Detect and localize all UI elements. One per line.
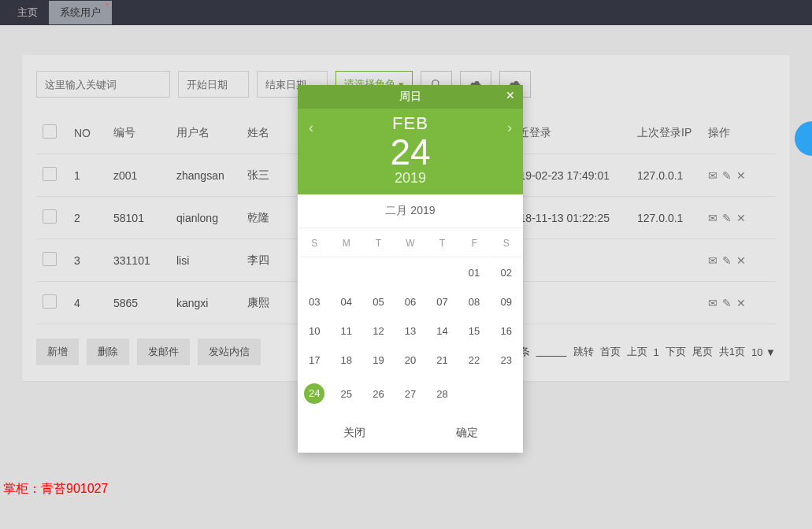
row-checkbox[interactable] xyxy=(43,167,57,181)
cell-name: 李四 xyxy=(241,239,288,282)
cell-user: qianlong xyxy=(170,197,241,239)
picker-close-button[interactable]: 关闭 xyxy=(343,426,365,440)
dow-label: S xyxy=(491,230,521,257)
calendar-day[interactable]: 07 xyxy=(427,288,458,316)
tab-bar: 主页 系统用户 ✕ xyxy=(0,0,812,25)
calendar-day[interactable]: 02 xyxy=(491,259,521,287)
dow-label: M xyxy=(332,230,362,257)
calendar-day[interactable]: 23 xyxy=(491,346,521,374)
calendar-day[interactable]: 18 xyxy=(332,346,362,374)
calendar-day[interactable]: 20 xyxy=(395,346,426,374)
mail-icon[interactable]: ✉ xyxy=(708,297,717,309)
calendar-day[interactable]: 24 xyxy=(299,375,330,412)
row-checkbox[interactable] xyxy=(43,252,57,266)
next-month-icon[interactable]: › xyxy=(502,115,517,141)
col-ops: 操作 xyxy=(702,112,776,154)
start-date-input[interactable] xyxy=(178,71,249,98)
total-pages: 共1页 xyxy=(719,345,745,359)
cell-last-ip: 127.0.0.1 xyxy=(631,197,702,239)
calendar-day[interactable]: 14 xyxy=(427,317,458,345)
tab-system-users[interactable]: 系统用户 ✕ xyxy=(49,1,112,24)
col-code: 编号 xyxy=(107,112,170,154)
delete-button[interactable]: 删除 xyxy=(87,338,129,365)
calendar-day[interactable]: 17 xyxy=(299,346,330,374)
calendar-day xyxy=(427,259,458,287)
calendar-day[interactable]: 11 xyxy=(332,317,362,345)
edit-icon[interactable]: ✎ xyxy=(722,169,732,182)
calendar-day[interactable]: 26 xyxy=(363,375,394,412)
cell-name: 康熙 xyxy=(241,282,288,324)
keyword-input[interactable] xyxy=(36,71,170,98)
delete-icon[interactable]: ✕ xyxy=(736,254,746,267)
calendar-day[interactable]: 05 xyxy=(363,288,394,316)
edit-icon[interactable]: ✎ xyxy=(722,297,732,309)
picker-close-icon[interactable]: ✕ xyxy=(506,89,515,102)
select-all-checkbox[interactable] xyxy=(43,124,57,139)
tab-label: 系统用户 xyxy=(60,6,101,18)
calendar-day[interactable]: 13 xyxy=(395,317,426,345)
cell-name: 张三 xyxy=(241,154,288,197)
send-mail-button[interactable]: 发邮件 xyxy=(137,338,190,365)
row-checkbox[interactable] xyxy=(43,209,57,224)
add-button[interactable]: 新增 xyxy=(36,338,79,365)
cell-user: kangxi xyxy=(170,282,241,324)
edit-icon[interactable]: ✎ xyxy=(722,254,732,267)
col-user: 用户名 xyxy=(170,112,241,154)
last-page-link[interactable]: 尾页 xyxy=(692,345,713,359)
current-page: 1 xyxy=(654,346,659,358)
cell-last-ip: 127.0.0.1 xyxy=(631,154,702,197)
calendar-day[interactable]: 04 xyxy=(332,288,362,316)
calendar-day[interactable]: 21 xyxy=(427,346,458,374)
calendar-day[interactable]: 01 xyxy=(459,259,490,287)
delete-icon[interactable]: ✕ xyxy=(736,297,746,309)
dow-label: S xyxy=(299,230,330,257)
mail-icon[interactable]: ✉ xyxy=(708,254,717,267)
cell-user: lisi xyxy=(170,239,241,282)
calendar-day[interactable]: 28 xyxy=(427,375,458,412)
calendar-day[interactable]: 25 xyxy=(332,375,362,412)
delete-icon[interactable]: ✕ xyxy=(736,212,746,224)
next-page-link[interactable]: 下页 xyxy=(666,345,686,359)
calendar-day[interactable]: 06 xyxy=(395,288,426,316)
picker-weekday: 周日 xyxy=(399,90,421,104)
mail-icon[interactable]: ✉ xyxy=(708,169,717,182)
calendar-day xyxy=(491,375,521,412)
first-page-link[interactable]: 首页 xyxy=(600,345,621,359)
calendar-day[interactable]: 09 xyxy=(491,288,521,316)
cell-user: zhangsan xyxy=(170,154,241,197)
calendar-day[interactable]: 10 xyxy=(299,317,330,345)
dow-label: W xyxy=(395,230,426,257)
dow-label: T xyxy=(363,230,394,257)
calendar-day[interactable]: 16 xyxy=(491,317,521,345)
picker-subheader[interactable]: 二月 2019 xyxy=(298,194,523,228)
calendar-day[interactable]: 15 xyxy=(459,317,490,345)
dow-label: T xyxy=(427,230,458,257)
close-icon[interactable]: ✕ xyxy=(104,1,110,9)
col-no: NO xyxy=(68,112,107,154)
cell-code: z001 xyxy=(107,154,170,197)
edit-icon[interactable]: ✎ xyxy=(722,212,732,224)
prev-page-link[interactable]: 上页 xyxy=(627,345,647,359)
mail-icon[interactable]: ✉ xyxy=(708,212,717,224)
calendar-day[interactable]: 19 xyxy=(363,346,394,374)
page-size-select[interactable]: 10 ▼ xyxy=(751,346,776,358)
picker-day: 24 xyxy=(298,134,523,170)
jump-input[interactable] xyxy=(536,345,567,359)
cell-no: 1 xyxy=(68,154,107,197)
prev-month-icon[interactable]: ‹ xyxy=(304,115,318,141)
col-last-ip: 上次登录IP xyxy=(631,112,702,154)
jump-link[interactable]: 跳转 xyxy=(573,345,594,359)
delete-icon[interactable]: ✕ xyxy=(736,169,746,182)
row-checkbox[interactable] xyxy=(43,294,57,309)
send-msg-button[interactable]: 发站内信 xyxy=(198,338,261,365)
picker-year: 2019 xyxy=(298,170,523,187)
calendar-day[interactable]: 22 xyxy=(459,346,490,374)
picker-ok-button[interactable]: 确定 xyxy=(456,426,478,440)
calendar-day[interactable]: 03 xyxy=(299,288,330,316)
calendar-day[interactable]: 27 xyxy=(395,375,426,412)
calendar-day[interactable]: 08 xyxy=(459,288,490,316)
tab-home[interactable]: 主页 xyxy=(6,1,49,24)
cell-last-ip xyxy=(631,239,702,282)
calendar-day xyxy=(395,259,426,287)
calendar-day[interactable]: 12 xyxy=(363,317,394,345)
